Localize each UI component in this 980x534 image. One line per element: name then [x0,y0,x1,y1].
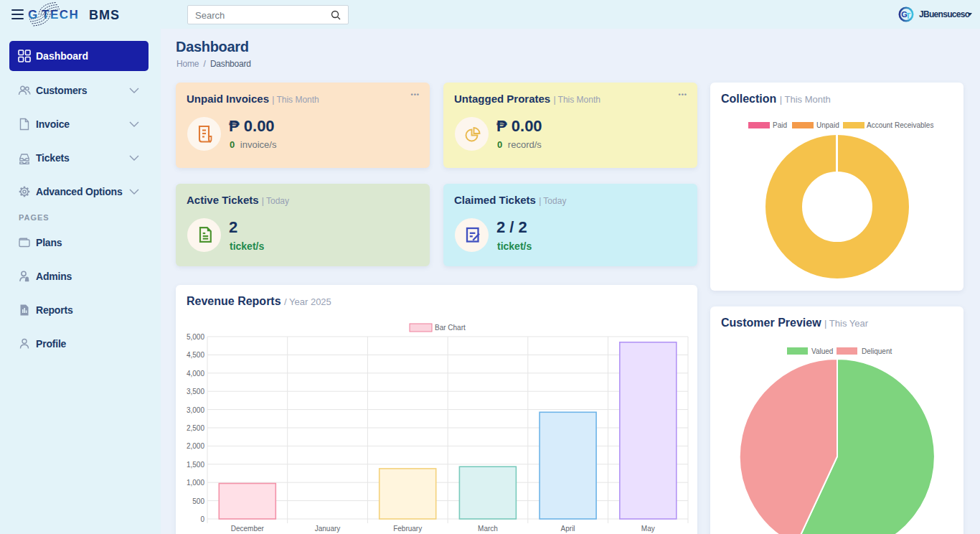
svg-text:2,000: 2,000 [187,442,204,450]
svg-text:1,500: 1,500 [187,461,204,469]
svg-text:April: April [561,525,575,533]
svg-text:0: 0 [200,515,204,523]
svg-text:Paid: Paid [773,121,787,129]
svg-text:Account Receivables: Account Receivables [867,121,933,129]
svg-text:Deliquent: Deliquent [862,347,892,355]
svg-text:May: May [641,525,655,533]
svg-text:TECH: TECH [42,8,79,22]
svg-text:4,000: 4,000 [187,370,204,378]
svg-text:1,000: 1,000 [187,479,204,487]
svg-text:Unpaid: Unpaid [816,121,839,129]
svg-text:Bar Chart: Bar Chart [435,324,466,332]
svg-text:G: G [28,8,37,22]
svg-text:5,000: 5,000 [187,333,204,341]
svg-text:BMS: BMS [89,8,120,22]
svg-text:February: February [393,525,422,533]
svg-text:2,500: 2,500 [187,424,204,432]
svg-text:3,500: 3,500 [187,388,204,395]
svg-text:December: December [231,525,265,533]
svg-text:January: January [315,525,341,533]
svg-text:March: March [478,525,498,533]
svg-text:T: T [906,11,911,20]
svg-text:Valued: Valued [811,347,833,355]
svg-text:500: 500 [192,497,204,505]
svg-text:4,500: 4,500 [187,351,204,359]
svg-text:3,000: 3,000 [187,406,204,414]
